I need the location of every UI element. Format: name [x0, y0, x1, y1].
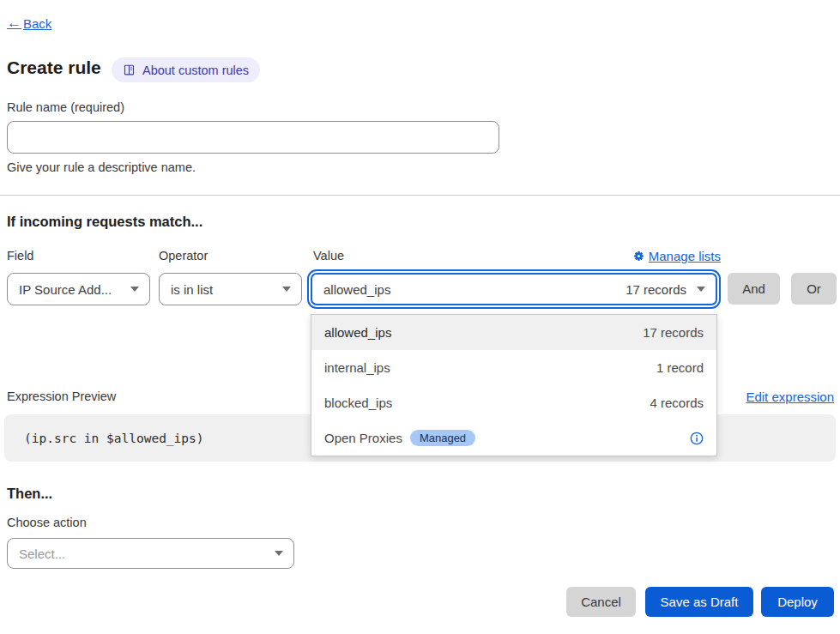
- list-item-records: 1 record: [656, 360, 704, 375]
- list-item-name: internal_ips: [324, 360, 390, 375]
- book-icon: [123, 63, 136, 76]
- list-item-internal-ips[interactable]: internal_ips 1 record: [311, 350, 716, 385]
- page-title: Create rule: [7, 57, 101, 78]
- managed-badge: Managed: [410, 430, 475, 446]
- list-item-records: 4 records: [650, 395, 704, 410]
- section-divider: [0, 195, 840, 196]
- value-select-value: allowed_ips: [323, 282, 390, 297]
- operator-label: Operator: [159, 249, 208, 263]
- field-select[interactable]: IP Source Add...: [7, 273, 150, 305]
- field-label: Field: [7, 249, 33, 263]
- then-section-heading: Then...: [7, 486, 52, 502]
- value-select[interactable]: allowed_ips 17 records: [311, 273, 717, 305]
- list-item-name: allowed_ips: [324, 325, 391, 340]
- operator-select[interactable]: is in list: [159, 273, 302, 305]
- or-button[interactable]: Or: [791, 273, 837, 305]
- create-rule-page: ← Back Create rule About custom rules Ru…: [0, 0, 840, 634]
- chevron-down-icon: [275, 551, 283, 556]
- rule-name-helper: Give your rule a descriptive name.: [7, 160, 196, 174]
- gear-icon: [633, 251, 644, 262]
- value-label: Value: [313, 249, 344, 263]
- info-icon[interactable]: [690, 432, 704, 445]
- list-item-records: 17 records: [643, 325, 704, 340]
- back-label: Back: [23, 16, 51, 31]
- about-badge-label: About custom rules: [142, 63, 249, 77]
- field-select-value: IP Source Add...: [19, 282, 112, 297]
- expression-preview-label: Expression Preview: [7, 389, 116, 403]
- back-link[interactable]: ← Back: [7, 15, 51, 32]
- value-dropdown-list: allowed_ips 17 records internal_ips 1 re…: [311, 314, 717, 456]
- list-item-blocked-ips[interactable]: blocked_ips 4 records: [311, 385, 716, 420]
- and-button[interactable]: And: [728, 273, 780, 305]
- chevron-down-icon: [130, 287, 139, 292]
- list-item-name: blocked_ips: [324, 395, 392, 410]
- cancel-button[interactable]: Cancel: [566, 587, 636, 617]
- deploy-button[interactable]: Deploy: [761, 587, 834, 617]
- rule-name-input[interactable]: [7, 121, 499, 154]
- save-as-draft-button[interactable]: Save as Draft: [645, 587, 753, 617]
- chevron-down-icon: [282, 287, 291, 292]
- expression-code: (ip.src in $allowed_ips): [24, 432, 204, 445]
- manage-lists-link[interactable]: Manage lists: [633, 249, 721, 263]
- value-select-records: 17 records: [625, 282, 686, 297]
- list-item-allowed-ips[interactable]: allowed_ips 17 records: [311, 315, 716, 350]
- list-item-open-proxies[interactable]: Open Proxies Managed: [311, 420, 716, 456]
- match-section-heading: If incoming requests match...: [7, 214, 202, 230]
- action-select-placeholder: Select...: [19, 546, 65, 561]
- about-custom-rules-badge[interactable]: About custom rules: [112, 57, 260, 82]
- chevron-down-icon: [697, 287, 705, 292]
- action-select[interactable]: Select...: [7, 538, 294, 569]
- manage-lists-label: Manage lists: [649, 249, 721, 263]
- list-item-name: Open Proxies: [324, 431, 402, 445]
- choose-action-label: Choose action: [7, 516, 87, 529]
- edit-expression-link[interactable]: Edit expression: [746, 389, 834, 404]
- rule-name-label: Rule name (required): [7, 100, 124, 114]
- back-arrow-icon: ←: [7, 15, 21, 32]
- operator-select-value: is in list: [171, 282, 213, 297]
